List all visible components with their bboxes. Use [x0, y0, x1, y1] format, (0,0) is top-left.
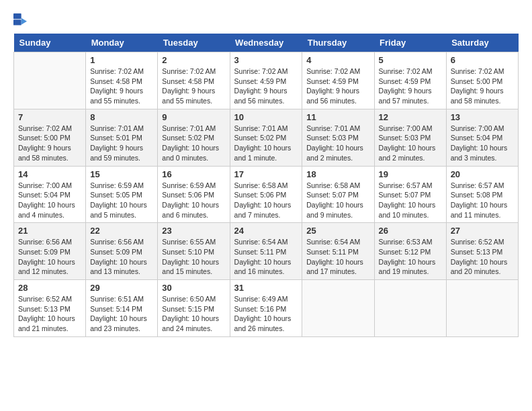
day-header-saturday: Saturday — [446, 34, 518, 52]
cell-info: Sunrise: 6:58 AMSunset: 5:07 PMDaylight:… — [306, 181, 369, 220]
calendar-cell: 3Sunrise: 7:02 AMSunset: 4:59 PMDaylight… — [230, 52, 302, 109]
cell-info: Sunrise: 6:52 AMSunset: 5:13 PMDaylight:… — [451, 237, 514, 277]
calendar-cell — [374, 280, 446, 337]
date-number: 9 — [162, 112, 225, 122]
calendar-cell: 27Sunrise: 6:52 AMSunset: 5:13 PMDayligh… — [446, 223, 518, 280]
cell-info: Sunrise: 6:53 AMSunset: 5:12 PMDaylight:… — [379, 237, 442, 277]
svg-marker-2 — [21, 18, 27, 25]
calendar-cell: 29Sunrise: 6:51 AMSunset: 5:14 PMDayligh… — [86, 280, 158, 337]
cell-info: Sunrise: 7:02 AMSunset: 5:00 PMDaylight:… — [451, 66, 514, 106]
date-number: 8 — [90, 112, 153, 122]
calendar-cell: 11Sunrise: 7:01 AMSunset: 5:03 PMDayligh… — [302, 109, 374, 166]
date-number: 5 — [379, 55, 442, 65]
cell-info: Sunrise: 7:01 AMSunset: 5:02 PMDaylight:… — [234, 124, 298, 163]
cell-info: Sunrise: 7:02 AMSunset: 5:00 PMDaylight:… — [18, 124, 81, 163]
calendar-cell: 19Sunrise: 6:57 AMSunset: 5:07 PMDayligh… — [374, 166, 446, 223]
cell-info: Sunrise: 7:01 AMSunset: 5:02 PMDaylight:… — [162, 124, 225, 163]
calendar-cell: 21Sunrise: 6:56 AMSunset: 5:09 PMDayligh… — [14, 223, 86, 280]
cell-info: Sunrise: 6:51 AMSunset: 5:14 PMDaylight:… — [90, 294, 153, 334]
date-number: 17 — [234, 169, 298, 179]
cell-info: Sunrise: 6:56 AMSunset: 5:09 PMDaylight:… — [18, 237, 81, 277]
day-header-wednesday: Wednesday — [230, 34, 302, 52]
date-number: 1 — [90, 55, 153, 65]
calendar-cell: 22Sunrise: 6:56 AMSunset: 5:09 PMDayligh… — [86, 223, 158, 280]
day-header-monday: Monday — [86, 34, 158, 52]
date-number: 14 — [18, 169, 81, 179]
cell-info: Sunrise: 6:54 AMSunset: 5:11 PMDaylight:… — [234, 237, 298, 277]
date-number: 29 — [90, 283, 153, 293]
calendar-cell: 13Sunrise: 7:00 AMSunset: 5:04 PMDayligh… — [446, 109, 518, 166]
calendar-cell: 23Sunrise: 6:55 AMSunset: 5:10 PMDayligh… — [158, 223, 230, 280]
calendar-cell: 26Sunrise: 6:53 AMSunset: 5:12 PMDayligh… — [374, 223, 446, 280]
calendar-cell: 25Sunrise: 6:54 AMSunset: 5:11 PMDayligh… — [302, 223, 374, 280]
date-number: 4 — [306, 55, 369, 65]
calendar-cell: 9Sunrise: 7:01 AMSunset: 5:02 PMDaylight… — [158, 109, 230, 166]
cell-info: Sunrise: 6:52 AMSunset: 5:13 PMDaylight:… — [18, 294, 81, 334]
date-number: 16 — [162, 169, 225, 179]
date-number: 18 — [306, 169, 369, 179]
calendar-cell: 5Sunrise: 7:02 AMSunset: 4:59 PMDaylight… — [374, 52, 446, 109]
calendar-cell: 14Sunrise: 7:00 AMSunset: 5:04 PMDayligh… — [14, 166, 86, 223]
calendar-cell: 2Sunrise: 7:02 AMSunset: 4:58 PMDaylight… — [158, 52, 230, 109]
calendar-cell: 17Sunrise: 6:58 AMSunset: 5:06 PMDayligh… — [230, 166, 302, 223]
date-number: 26 — [379, 226, 442, 236]
cell-info: Sunrise: 7:00 AMSunset: 5:04 PMDaylight:… — [451, 124, 514, 163]
cell-info: Sunrise: 7:02 AMSunset: 4:58 PMDaylight:… — [90, 66, 153, 106]
day-header-thursday: Thursday — [302, 34, 374, 52]
date-number: 23 — [162, 226, 225, 236]
cell-info: Sunrise: 7:01 AMSunset: 5:03 PMDaylight:… — [306, 124, 369, 163]
date-number: 20 — [451, 169, 514, 179]
date-number: 30 — [162, 283, 225, 293]
calendar-cell: 4Sunrise: 7:02 AMSunset: 4:59 PMDaylight… — [302, 52, 374, 109]
date-number: 25 — [306, 226, 369, 236]
calendar-cell — [446, 280, 518, 337]
cell-info: Sunrise: 7:02 AMSunset: 4:59 PMDaylight:… — [379, 66, 442, 106]
cell-info: Sunrise: 7:02 AMSunset: 4:58 PMDaylight:… — [162, 66, 225, 106]
calendar-cell: 20Sunrise: 6:57 AMSunset: 5:08 PMDayligh… — [446, 166, 518, 223]
cell-info: Sunrise: 6:58 AMSunset: 5:06 PMDaylight:… — [234, 181, 298, 220]
date-number: 11 — [306, 112, 369, 122]
date-number: 13 — [451, 112, 514, 122]
calendar-cell: 15Sunrise: 6:59 AMSunset: 5:05 PMDayligh… — [86, 166, 158, 223]
cell-info: Sunrise: 6:56 AMSunset: 5:09 PMDaylight:… — [90, 237, 153, 277]
cell-info: Sunrise: 6:50 AMSunset: 5:15 PMDaylight:… — [162, 294, 225, 334]
date-number: 27 — [451, 226, 514, 236]
calendar-cell: 1Sunrise: 7:02 AMSunset: 4:58 PMDaylight… — [86, 52, 158, 109]
date-number: 28 — [18, 283, 81, 293]
calendar-table: SundayMondayTuesdayWednesdayThursdayFrid… — [13, 34, 519, 337]
date-number: 21 — [18, 226, 81, 236]
svg-rect-1 — [13, 19, 21, 25]
date-number: 12 — [379, 112, 442, 122]
calendar-cell: 6Sunrise: 7:02 AMSunset: 5:00 PMDaylight… — [446, 52, 518, 109]
day-header-sunday: Sunday — [14, 34, 86, 52]
day-header-friday: Friday — [374, 34, 446, 52]
day-header-tuesday: Tuesday — [158, 34, 230, 52]
date-number: 6 — [451, 55, 514, 65]
date-number: 10 — [234, 112, 298, 122]
calendar-cell: 30Sunrise: 6:50 AMSunset: 5:15 PMDayligh… — [158, 280, 230, 337]
date-number: 2 — [162, 55, 225, 65]
calendar-cell: 16Sunrise: 6:59 AMSunset: 5:06 PMDayligh… — [158, 166, 230, 223]
calendar-cell: 31Sunrise: 6:49 AMSunset: 5:16 PMDayligh… — [230, 280, 302, 337]
date-number: 31 — [234, 283, 298, 293]
date-number: 22 — [90, 226, 153, 236]
logo-icon — [13, 13, 27, 27]
cell-info: Sunrise: 7:02 AMSunset: 4:59 PMDaylight:… — [306, 66, 369, 106]
page-header — [13, 13, 519, 27]
cell-info: Sunrise: 6:49 AMSunset: 5:16 PMDaylight:… — [234, 294, 298, 334]
cell-info: Sunrise: 7:02 AMSunset: 4:59 PMDaylight:… — [234, 66, 298, 106]
cell-info: Sunrise: 7:01 AMSunset: 5:01 PMDaylight:… — [90, 124, 153, 163]
calendar-cell — [302, 280, 374, 337]
date-number: 24 — [234, 226, 298, 236]
calendar-cell: 7Sunrise: 7:02 AMSunset: 5:00 PMDaylight… — [14, 109, 86, 166]
cell-info: Sunrise: 6:54 AMSunset: 5:11 PMDaylight:… — [306, 237, 369, 277]
cell-info: Sunrise: 6:57 AMSunset: 5:07 PMDaylight:… — [379, 181, 442, 220]
date-number: 19 — [379, 169, 442, 179]
calendar-cell: 24Sunrise: 6:54 AMSunset: 5:11 PMDayligh… — [230, 223, 302, 280]
calendar-cell: 8Sunrise: 7:01 AMSunset: 5:01 PMDaylight… — [86, 109, 158, 166]
cell-info: Sunrise: 6:59 AMSunset: 5:06 PMDaylight:… — [162, 181, 225, 220]
cell-info: Sunrise: 6:59 AMSunset: 5:05 PMDaylight:… — [90, 181, 153, 220]
calendar-cell: 28Sunrise: 6:52 AMSunset: 5:13 PMDayligh… — [14, 280, 86, 337]
calendar-cell — [14, 52, 86, 109]
logo — [13, 13, 30, 27]
